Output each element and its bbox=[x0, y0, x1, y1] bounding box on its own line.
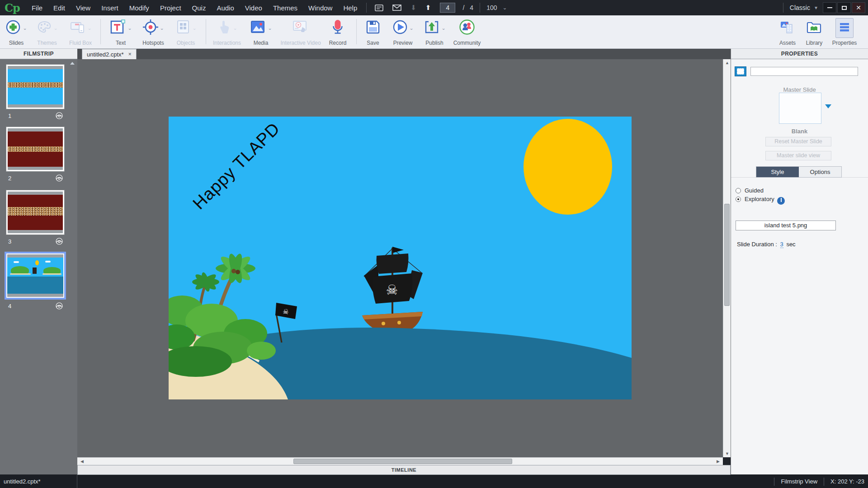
toolbar-label: Objects bbox=[170, 40, 201, 46]
toolbar-assets[interactable]: Assets bbox=[774, 18, 801, 46]
toolbar-library[interactable]: Library bbox=[801, 18, 827, 46]
menu-view[interactable]: View bbox=[71, 1, 96, 15]
timeline-bar[interactable]: TIMELINE bbox=[77, 465, 731, 475]
timeline-label: TIMELINE bbox=[392, 467, 416, 473]
workspace-switcher[interactable]: Classic bbox=[790, 4, 810, 11]
menu-file[interactable]: File bbox=[26, 1, 48, 15]
current-slide-input[interactable]: 4 bbox=[440, 3, 455, 13]
menu-insert[interactable]: Insert bbox=[96, 1, 124, 15]
minimize-button[interactable] bbox=[823, 2, 836, 13]
toolbar-label: Fluid Box bbox=[65, 40, 96, 46]
menu-quiz[interactable]: Quiz bbox=[187, 1, 212, 15]
menu-themes[interactable]: Themes bbox=[268, 1, 303, 15]
exploratory-label: Exploratory bbox=[745, 196, 774, 202]
slide-thumbnail-2[interactable] bbox=[6, 127, 65, 172]
toolbar-interactive-video: Interactive Video bbox=[278, 18, 323, 46]
slide-visibility-eye-icon[interactable] bbox=[55, 174, 64, 182]
reset-master-slide-button[interactable]: Reset Master Slide bbox=[765, 137, 831, 146]
menu-video[interactable]: Video bbox=[240, 1, 268, 15]
zoom-caret-icon[interactable]: ⌄ bbox=[502, 5, 507, 11]
slide-number: 3 bbox=[8, 238, 11, 245]
tab-close-icon[interactable]: × bbox=[128, 51, 132, 57]
filmstrip-panel-header: FILMSTRIP bbox=[0, 49, 77, 59]
slide-thumbnail-1[interactable] bbox=[6, 64, 65, 109]
info-icon[interactable] bbox=[777, 197, 785, 205]
toolbar-divider bbox=[206, 19, 206, 44]
toolbar-preview[interactable]: ⌄ Preview bbox=[387, 18, 418, 46]
text-caret-icon[interactable]: ⌄ bbox=[127, 25, 132, 31]
guided-radio[interactable] bbox=[736, 188, 741, 193]
workspace-caret-icon[interactable]: ▾ bbox=[815, 5, 817, 11]
vertical-scrollbar[interactable]: ▲ ▼ bbox=[723, 59, 731, 457]
mail-icon[interactable] bbox=[392, 5, 401, 11]
guided-radio-row[interactable]: Guided bbox=[736, 187, 764, 194]
hotspots-caret-icon[interactable]: ⌄ bbox=[160, 25, 164, 31]
toolbar-publish[interactable]: ⌄ Publish bbox=[419, 18, 450, 46]
stage-canvas[interactable]: Happy TLAPD ☠ bbox=[77, 59, 723, 457]
publish-caret-icon[interactable]: ⌄ bbox=[441, 25, 445, 31]
toolbar-record[interactable]: Record bbox=[322, 18, 353, 46]
slide-duration-value[interactable]: 3 bbox=[780, 241, 783, 248]
slide-canvas[interactable]: Happy TLAPD ☠ bbox=[169, 117, 632, 399]
toolbar-hotspots[interactable]: ⌄ Hotspots bbox=[138, 18, 169, 46]
slide-visibility-eye-icon[interactable] bbox=[55, 112, 64, 119]
toolbar-divider bbox=[356, 19, 357, 44]
slide-visibility-eye-icon[interactable] bbox=[55, 302, 64, 310]
presentation-icon[interactable] bbox=[375, 5, 383, 11]
horizontal-scroll-thumb[interactable] bbox=[293, 459, 512, 464]
menu-help[interactable]: Help bbox=[338, 1, 363, 15]
preview-caret-icon[interactable]: ⌄ bbox=[409, 25, 413, 31]
scroll-right-icon[interactable]: ▶ bbox=[714, 459, 722, 464]
vertical-scroll-thumb[interactable] bbox=[724, 204, 730, 306]
slide-thumbnail-3[interactable] bbox=[6, 190, 65, 235]
status-bar: untitled2.cptx* Filmstrip View X: 202 Y:… bbox=[0, 475, 868, 488]
beach-pirate-flag[interactable]: ☠ bbox=[274, 301, 302, 344]
master-slide-view-button[interactable]: Master slide view bbox=[765, 151, 831, 160]
toolbar-properties[interactable]: Properties bbox=[830, 18, 859, 46]
exploratory-radio-row[interactable]: Exploratory bbox=[736, 196, 774, 202]
slide-color-swatch[interactable] bbox=[735, 66, 746, 76]
exploratory-radio[interactable] bbox=[736, 197, 741, 202]
menu-modify[interactable]: Modify bbox=[124, 1, 155, 15]
menu-project[interactable]: Project bbox=[155, 1, 187, 15]
toolbar-slides[interactable]: ⌄ Slides bbox=[1, 18, 32, 46]
close-button[interactable]: ✕ bbox=[852, 2, 865, 13]
slides-caret-icon[interactable]: ⌄ bbox=[23, 25, 27, 31]
slide-visibility-eye-icon[interactable] bbox=[55, 238, 64, 245]
master-slide-thumbnail[interactable] bbox=[779, 93, 821, 124]
toolbar-label: Text bbox=[105, 40, 136, 46]
master-slide-caret-icon[interactable] bbox=[825, 104, 831, 108]
properties-header-label: PROPERTIES bbox=[781, 51, 818, 57]
media-caret-icon[interactable]: ⌄ bbox=[268, 25, 272, 31]
tab-style[interactable]: Style bbox=[756, 167, 799, 177]
scroll-up-icon[interactable]: ▲ bbox=[723, 61, 731, 65]
toolbar-label: Record bbox=[322, 40, 353, 46]
toolbar-text[interactable]: ⌄ Text bbox=[105, 18, 136, 46]
background-image-field[interactable]: island test 5.png bbox=[736, 221, 836, 230]
scroll-left-icon[interactable]: ◀ bbox=[78, 459, 86, 464]
fluid-box-caret-icon: ⌄ bbox=[87, 25, 91, 31]
next-slide-icon[interactable]: ⬆ bbox=[425, 4, 431, 12]
assets-icon bbox=[780, 19, 795, 37]
maximize-button[interactable] bbox=[837, 2, 851, 13]
filmstrip-scroll-up-icon[interactable] bbox=[70, 62, 75, 65]
slide-3-meta: 3 bbox=[6, 237, 65, 246]
island-shape[interactable] bbox=[169, 243, 331, 399]
horizontal-scrollbar[interactable]: ◀ ▶ bbox=[77, 457, 723, 465]
slide-thumbnail-4-selected[interactable] bbox=[5, 252, 66, 300]
menu-audio[interactable]: Audio bbox=[211, 1, 239, 15]
zoom-level[interactable]: 100 bbox=[486, 4, 497, 11]
statusbar-view-mode[interactable]: Filmstrip View bbox=[781, 478, 817, 485]
properties-panel-header: PROPERTIES bbox=[731, 49, 868, 59]
objects-caret-icon: ⌄ bbox=[192, 25, 196, 31]
menu-window[interactable]: Window bbox=[303, 1, 338, 15]
scroll-down-icon[interactable]: ▼ bbox=[723, 451, 731, 456]
menu-edit[interactable]: Edit bbox=[48, 1, 71, 15]
toolbar-media[interactable]: ⌄ Media bbox=[245, 18, 276, 46]
toolbar-label: Properties bbox=[830, 40, 859, 46]
document-tab[interactable]: untitled2.cptx* × bbox=[82, 49, 137, 59]
tab-options[interactable]: Options bbox=[799, 167, 841, 177]
toolbar-save[interactable]: Save bbox=[358, 18, 388, 46]
slide-name-input[interactable] bbox=[750, 67, 858, 76]
toolbar-community[interactable]: Community bbox=[450, 18, 484, 46]
